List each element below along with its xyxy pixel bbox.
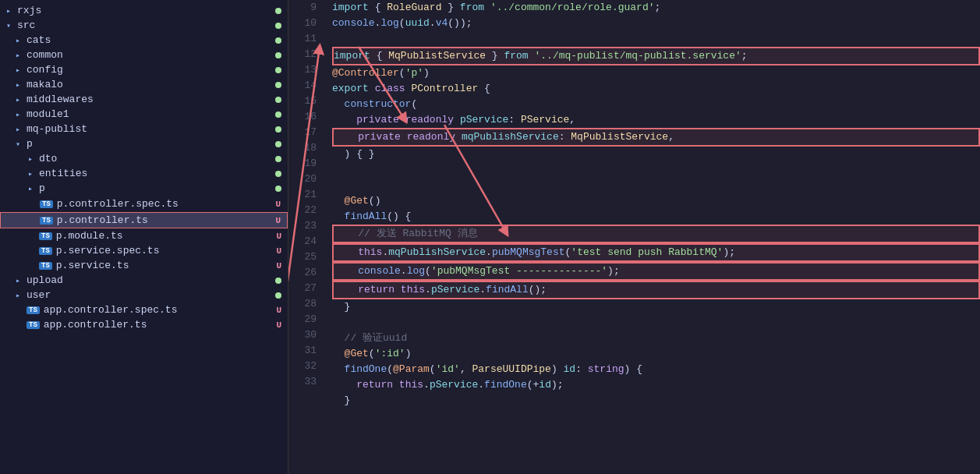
code-line-29: // 验证uuid [332,331,980,346]
code-line-20 [332,178,980,193]
line-num-26: 26 [288,265,317,281]
app-controller-spec-label: app.controller.spec.ts [44,304,277,316]
p-dot [275,141,281,147]
config-dot [275,67,281,73]
code-line-11 [332,31,980,47]
code-line-10: console.log(uuid.v4()); [332,16,980,31]
sidebar-item-app-controller[interactable]: TS app.controller.ts U [0,317,288,332]
entities-dot [275,171,281,177]
p-controller-spec-u: U [275,200,281,209]
upload-dot [275,278,281,284]
code-line-33: } [332,393,980,409]
entities-arrow [28,169,39,179]
sidebar-item-p-module[interactable]: TS p.module.ts U [0,228,288,243]
code-line-32: return this.pService.findOne(+id); [332,377,980,393]
sidebar-item-common[interactable]: common [0,48,288,62]
sidebar-item-p-service-spec[interactable]: TS p.service.spec.ts U [0,243,288,258]
module1-label: module1 [27,108,275,120]
module1-dot [275,111,281,118]
ts-badge-app-controller: TS [27,321,40,329]
code-line-19 [332,162,980,178]
sidebar-item-entities[interactable]: entities [0,166,288,181]
line-num-31: 31 [288,343,317,359]
sidebar-item-upload[interactable]: upload [0,273,288,288]
code-line-17: private readonly mqPublishService: MqPub… [332,128,980,147]
sidebar-item-p-sub[interactable]: p [0,181,288,196]
p-arrow [16,140,27,149]
sidebar-item-config[interactable]: config [0,62,288,77]
p-controller-label: p.controller.ts [57,214,276,226]
p-label: p [27,138,275,150]
sidebar-item-rxjs[interactable]: rxjs [0,3,288,18]
code-line-13: @Controller('p') [332,65,980,81]
p-service-spec-u: U [276,246,281,256]
mq-publist-dot [275,126,281,133]
code-line-15: constructor( [332,97,980,112]
makalo-label: makalo [27,79,275,90]
line-num-21: 21 [288,187,317,203]
code-line-14: export class PController { [332,81,980,97]
line-num-13: 13 [288,62,317,78]
sidebar-item-user[interactable]: user [0,288,288,302]
sidebar-item-p[interactable]: p [0,136,288,151]
line-num-30: 30 [288,327,317,343]
line-num-23: 23 [288,218,317,234]
common-label: common [27,49,275,61]
sidebar-item-cats[interactable]: cats [0,33,288,48]
code-line-18: ) { } [332,147,980,162]
line-num-25: 25 [288,249,317,265]
module1-arrow [16,110,27,119]
sidebar-item-p-service[interactable]: TS p.service.ts U [0,258,288,273]
src-label: src [17,19,275,31]
user-dot [275,292,281,299]
code-line-26: return this.pService.findAll(); [332,281,980,299]
sidebar-item-p-controller[interactable]: TS p.controller.ts U [0,212,288,228]
p-sub-dot [275,186,281,192]
p-sub-label: p [39,182,275,194]
sidebar-item-makalo[interactable]: makalo [0,77,288,92]
makalo-arrow [16,80,27,90]
line-num-27: 27 [288,281,317,296]
ts-badge-app-controller-spec: TS [27,306,40,314]
cats-arrow [16,36,27,45]
line-num-12: 12 [288,47,317,62]
sidebar-item-p-controller-spec[interactable]: TS p.controller.spec.ts U [0,196,288,212]
ts-badge-p-controller: TS [40,217,53,225]
line-num-18: 18 [288,140,317,156]
entities-label: entities [39,168,275,179]
code-content: import { RoleGuard } from '../common/rol… [326,0,980,474]
p-sub-arrow [28,184,39,193]
sidebar-item-module1[interactable]: module1 [0,107,288,122]
code-line-22: findAll() { [332,209,980,225]
user-label: user [27,289,275,301]
line-num-10: 10 [288,16,317,31]
sidebar-item-mq-publist[interactable]: mq-publist [0,122,288,136]
sidebar-item-dto[interactable]: dto [0,151,288,166]
makalo-dot [275,82,281,88]
p-service-u: U [276,261,281,271]
code-line-31: findOne(@Param('id', ParseUUIDPipe) id: … [332,362,980,377]
src-arrow [6,21,17,30]
line-num-29: 29 [288,312,317,327]
code-line-16: private readonly pService: PService, [332,112,980,128]
middlewares-label: middlewares [27,94,275,105]
line-num-22: 22 [288,203,317,218]
line-num-17: 17 [288,125,317,140]
code-line-12: import { MqPublistService } from '../mq-… [332,47,980,65]
p-controller-u: U [275,216,281,225]
mq-publist-label: mq-publist [27,123,275,135]
code-line-25: console.log('pubMQMsgTest --------------… [332,262,980,281]
code-editor: 9 10 11 12 13 14 15 16 17 18 19 20 21 22… [288,0,980,474]
upload-label: upload [27,274,275,286]
sidebar-item-middlewares[interactable]: middlewares [0,92,288,107]
line-num-15: 15 [288,94,317,109]
sidebar-item-src[interactable]: src [0,18,288,33]
line-num-20: 20 [288,172,317,187]
line-num-14: 14 [288,78,317,94]
middlewares-arrow [16,95,27,104]
code-line-28 [332,315,980,331]
app-controller-u: U [276,320,281,330]
sidebar-item-app-controller-spec[interactable]: TS app.controller.spec.ts U [0,302,288,317]
dto-dot [275,156,281,162]
ts-badge-p-module: TS [39,232,52,240]
